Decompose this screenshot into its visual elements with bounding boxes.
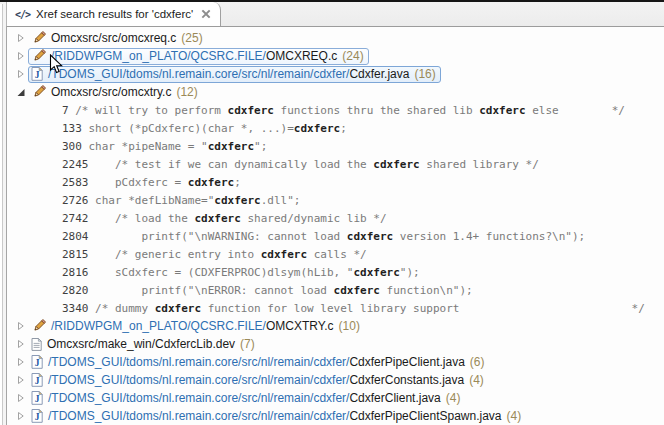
xml-code-icon: </>	[15, 9, 30, 20]
row-selection: Omcxsrc/make_win/CdxfercLib.dev(7)	[28, 336, 260, 353]
search-match: cdxferc	[188, 176, 234, 189]
code-match-row[interactable]: 3340 /* dummy cdxferc function for low l…	[0, 299, 664, 317]
tab-title: Xref search results for 'cdxferc'	[36, 8, 193, 20]
row-selection: J/TDOMS_GUI/tdoms/nl.remain.core/src/nl/…	[28, 66, 441, 83]
file-name: Omcxsrc/make_win/CdxfercLib.dev	[47, 337, 235, 351]
code-match-row[interactable]: 300 char *pipeName = "cdxferc";	[0, 137, 664, 155]
code-snippet: short (*pCdxferc)(char *, ...)=cdxferc;	[82, 122, 347, 135]
code-match-row[interactable]: 2583 pCdxferc = cdxferc;	[0, 173, 664, 191]
line-number: 2820	[62, 284, 89, 297]
code-snippet: char *defLibName="cdxferc.dll";	[89, 194, 301, 207]
code-match-row[interactable]: 7 /* will try to perform cdxferc functio…	[0, 101, 664, 119]
close-icon[interactable]	[201, 9, 211, 19]
java-file-icon: J	[31, 67, 43, 81]
match-count: (10)	[339, 319, 360, 333]
file-result-row[interactable]: /RIDDWPGM_on_PLATO/QCSRC.FILE/OMCXREQ.c(…	[0, 47, 664, 65]
line-number: 2816	[62, 266, 89, 279]
file-result-row[interactable]: Omcxsrc/make_win/CdxfercLib.dev(7)	[0, 335, 664, 353]
collapsed-twistie-icon[interactable]	[14, 393, 28, 403]
match-count: (7)	[240, 337, 255, 351]
row-selection: /RIDDWPGM_on_PLATO/QCSRC.FILE/OMCXTRY.c(…	[28, 318, 365, 335]
code-match-row[interactable]: 2245 /* test if we can dynamically load …	[0, 155, 664, 173]
expanded-twistie-icon[interactable]	[14, 87, 28, 97]
collapsed-twistie-icon[interactable]	[14, 357, 28, 367]
file-result-row[interactable]: J/TDOMS_GUI/tdoms/nl.remain.core/src/nl/…	[0, 407, 664, 425]
file-name: CdxferClient.java	[349, 391, 440, 405]
svg-text:J: J	[35, 358, 40, 368]
code-match-row[interactable]: 2726 char *defLibName="cdxferc.dll";	[0, 191, 664, 209]
search-match: cdxferc	[334, 284, 380, 297]
file-name: Omcxsrc/src/omcxtry.c	[51, 85, 171, 99]
file-label: Omcxsrc/src/omcxtry.c(12)	[51, 85, 198, 99]
java-file-icon: J	[31, 391, 43, 405]
code-snippet: /* load the cdxferc shared/dynamic lib *…	[89, 212, 387, 225]
file-result-row[interactable]: J/TDOMS_GUI/tdoms/nl.remain.core/src/nl/…	[0, 353, 664, 371]
search-match: cdxferc	[194, 212, 240, 225]
file-result-row[interactable]: Omcxsrc/src/omcxreq.c(25)	[0, 29, 664, 47]
view-left-border	[0, 4, 8, 425]
file-name: Cdxfer.java	[349, 67, 409, 81]
match-count: (4)	[507, 409, 522, 423]
tab-xref-search-results[interactable]: </> Xref search results for 'cdxferc'	[6, 2, 221, 26]
mouse-cursor-icon	[49, 54, 63, 75]
file-result-row[interactable]: /RIDDWPGM_on_PLATO/QCSRC.FILE/OMCXTRY.c(…	[0, 317, 664, 335]
line-number: 2583	[62, 176, 89, 189]
file-path-link[interactable]: /TDOMS_GUI/tdoms/nl.remain.core/src/nl/r…	[48, 355, 349, 369]
line-number: 2804	[62, 230, 89, 243]
match-count: (16)	[414, 67, 435, 81]
search-match: cdxferc	[214, 194, 260, 207]
file-path-link[interactable]: /TDOMS_GUI/tdoms/nl.remain.core/src/nl/r…	[48, 67, 349, 81]
collapsed-twistie-icon[interactable]	[14, 339, 28, 349]
code-match-row[interactable]: 2816 sCdxferc = (CDXFERPROC)dlsym(hLib, …	[0, 263, 664, 281]
file-result-row[interactable]: J/TDOMS_GUI/tdoms/nl.remain.core/src/nl/…	[0, 65, 664, 83]
line-number: 2726	[62, 194, 89, 207]
search-match: cdxferc	[261, 248, 307, 261]
file-label: Omcxsrc/src/omcxreq.c(25)	[51, 31, 203, 45]
xref-search-results-view: </> Xref search results for 'cdxferc' Om…	[0, 0, 664, 425]
file-result-row[interactable]: J/TDOMS_GUI/tdoms/nl.remain.core/src/nl/…	[0, 389, 664, 407]
collapsed-twistie-icon[interactable]	[14, 375, 28, 385]
file-result-row[interactable]: J/TDOMS_GUI/tdoms/nl.remain.core/src/nl/…	[0, 371, 664, 389]
search-match: cdxferc	[347, 230, 393, 243]
code-match-row[interactable]: 2820 printf("\nERROR: cannot load cdxfer…	[0, 281, 664, 299]
file-label: /RIDDWPGM_on_PLATO/QCSRC.FILE/OMCXREQ.c(…	[51, 49, 364, 63]
row-selection: Omcxsrc/src/omcxreq.c(25)	[28, 30, 208, 47]
collapsed-twistie-icon[interactable]	[14, 51, 28, 61]
code-match-row[interactable]: 133 short (*pCdxferc)(char *, ...)=cdxfe…	[0, 119, 664, 137]
collapsed-twistie-icon[interactable]	[14, 69, 28, 79]
line-number: 2815	[62, 248, 89, 261]
search-match: cdxferc	[353, 266, 399, 279]
file-path-link[interactable]: /RIDDWPGM_on_PLATO/QCSRC.FILE/	[51, 319, 266, 333]
file-path-link[interactable]: /TDOMS_GUI/tdoms/nl.remain.core/src/nl/r…	[48, 391, 349, 405]
document-file-icon	[31, 338, 42, 351]
pencil-icon	[31, 49, 46, 64]
search-match: cdxferc	[208, 140, 254, 153]
pencil-icon	[31, 319, 46, 334]
collapsed-twistie-icon[interactable]	[14, 33, 28, 43]
file-name: CdxferPipeClient.java	[349, 355, 464, 369]
search-match: cdxferc	[155, 302, 201, 315]
code-match-row[interactable]: 2742 /* load the cdxferc shared/dynamic …	[0, 209, 664, 227]
file-path-link[interactable]: /RIDDWPGM_on_PLATO/QCSRC.FILE/	[51, 49, 266, 63]
file-path-link[interactable]: /TDOMS_GUI/tdoms/nl.remain.core/src/nl/r…	[48, 409, 349, 423]
match-count: (25)	[181, 31, 202, 45]
match-count: (12)	[176, 85, 197, 99]
file-name: CdxferConstants.java	[349, 373, 464, 387]
search-match: cdxferc	[294, 122, 340, 135]
search-match: cdxferc	[373, 158, 419, 171]
search-match: cdxferc	[479, 104, 525, 117]
file-name: OMCXTRY.c	[266, 319, 334, 333]
svg-text:J: J	[35, 70, 40, 80]
file-path-link[interactable]: /TDOMS_GUI/tdoms/nl.remain.core/src/nl/r…	[48, 373, 349, 387]
collapsed-twistie-icon[interactable]	[14, 411, 28, 421]
row-selection: J/TDOMS_GUI/tdoms/nl.remain.core/src/nl/…	[28, 354, 489, 371]
code-match-row[interactable]: 2804 printf("\nWARNING: cannot load cdxf…	[0, 227, 664, 245]
java-file-icon: J	[31, 409, 43, 423]
collapsed-twistie-icon[interactable]	[14, 321, 28, 331]
file-result-row[interactable]: Omcxsrc/src/omcxtry.c(12)	[0, 83, 664, 101]
view-tab-bar: </> Xref search results for 'cdxferc'	[0, 2, 664, 27]
svg-text:J: J	[35, 394, 40, 404]
code-snippet: char *pipeName = "cdxferc";	[82, 140, 267, 153]
code-match-row[interactable]: 2815 /* generic entry into cdxferc calls…	[0, 245, 664, 263]
java-file-icon: J	[31, 355, 43, 369]
